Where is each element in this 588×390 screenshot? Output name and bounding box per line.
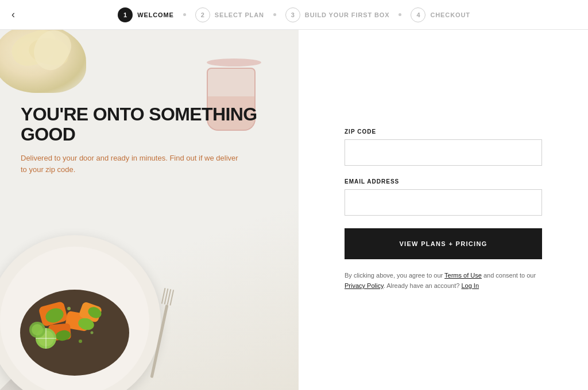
login-link[interactable]: Log In <box>461 282 479 289</box>
step-1-label: WELCOME <box>137 11 174 18</box>
step-2-label: SELECT PLAN <box>215 11 264 18</box>
step-2: 2 SELECT PLAN <box>195 7 264 22</box>
email-label: EMAIL ADDRESS <box>345 178 542 185</box>
zip-label: ZIP CODE <box>345 128 542 135</box>
top-nav: ‹ 1 WELCOME 2 SELECT PLAN 3 BUILD YOUR F… <box>0 0 588 30</box>
step-dot-1 <box>183 13 186 16</box>
step-4: 4 CHECKOUT <box>411 7 470 22</box>
svg-point-14 <box>32 324 43 336</box>
hero-subtitle: Delivered to your door and ready in minu… <box>21 153 239 175</box>
fork-tines <box>161 288 174 306</box>
svg-point-17 <box>79 340 82 343</box>
hero-title: YOU'RE ONTO SOMETHING GOOD <box>21 104 262 145</box>
step-4-label: CHECKOUT <box>430 11 470 18</box>
zip-input[interactable] <box>345 139 542 166</box>
food-container <box>0 218 178 390</box>
progress-steps: 1 WELCOME 2 SELECT PLAN 3 BUILD YOUR FIR… <box>118 7 470 22</box>
step-dot-2 <box>273 13 276 16</box>
legal-prefix: By clicking above, you agree to our <box>345 272 444 279</box>
form-section: ZIP CODE EMAIL ADDRESS VIEW PLANS + PRIC… <box>345 128 542 291</box>
hero-text: YOU'RE ONTO SOMETHING GOOD Delivered to … <box>21 104 262 175</box>
svg-point-15 <box>67 307 71 310</box>
step-2-circle: 2 <box>195 7 210 22</box>
step-dot-3 <box>399 13 401 16</box>
step-1: 1 WELCOME <box>118 7 174 22</box>
privacy-link[interactable]: Privacy Policy <box>345 282 384 289</box>
plate-inner <box>0 247 149 390</box>
main-layout: YOU'RE ONTO SOMETHING GOOD Delivered to … <box>0 30 588 390</box>
svg-point-16 <box>91 332 94 334</box>
back-button[interactable]: ‹ <box>11 9 15 21</box>
view-plans-button[interactable]: VIEW PLANS + PRICING <box>345 228 542 259</box>
step-3-label: BUILD YOUR FIRST BOX <box>305 11 390 18</box>
step-3-circle: 3 <box>285 7 300 22</box>
legal-suffix: . Already have an account? <box>384 282 460 289</box>
right-panel: ZIP CODE EMAIL ADDRESS VIEW PLANS + PRIC… <box>299 30 588 390</box>
legal-text: By clicking above, you agree to our Term… <box>345 271 542 291</box>
step-3: 3 BUILD YOUR FIRST BOX <box>285 7 390 22</box>
plate-outer <box>0 235 161 390</box>
glass-rim <box>207 58 261 67</box>
step-1-circle: 1 <box>118 7 133 22</box>
terms-link[interactable]: Terms of Use <box>444 272 482 279</box>
step-4-circle: 4 <box>411 7 425 22</box>
food-illustration <box>6 258 144 384</box>
email-input[interactable] <box>345 189 542 216</box>
left-panel: YOU'RE ONTO SOMETHING GOOD Delivered to … <box>0 30 299 390</box>
legal-middle: and consent to our <box>482 272 536 279</box>
